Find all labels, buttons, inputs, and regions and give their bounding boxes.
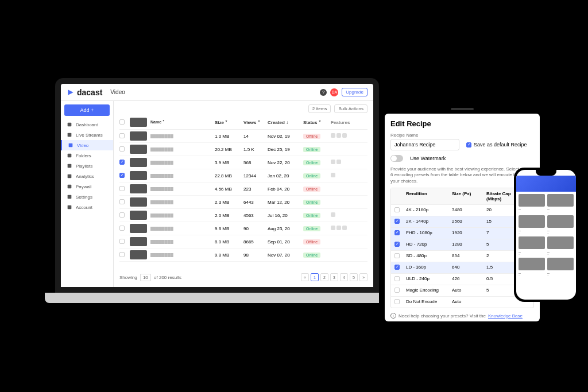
table-row[interactable]: ████████4.56 MB223Feb 04, 20Offline — [119, 183, 368, 196]
stream-icon — [67, 132, 72, 138]
preset-checkbox[interactable] — [394, 299, 400, 304]
watermark-toggle[interactable] — [390, 155, 403, 162]
row-checkbox[interactable] — [119, 252, 125, 257]
phone-card[interactable]: —— — [519, 194, 545, 213]
preset-row[interactable]: Magic EncodingAuto5 — [391, 285, 533, 296]
table-row[interactable]: ████████2.0 MB4563Jul 16, 20Online — [119, 209, 368, 222]
page-3[interactable]: 3 — [330, 273, 338, 281]
table-row[interactable]: ████████1.0 MB14Nov 02, 19Offline — [119, 130, 368, 143]
bulk-actions-button[interactable]: Bulk Actions — [334, 104, 368, 113]
preset-row[interactable]: FHD - 1080p19207 — [391, 227, 533, 239]
preset-row[interactable]: Do Not EncodeAuto — [391, 296, 533, 308]
table-row[interactable]: ████████9.8 MB98Nov 07, 20Online — [119, 249, 368, 262]
col-views[interactable]: Views — [243, 120, 257, 125]
knowledge-base-link[interactable]: Knowledge Base — [488, 313, 523, 319]
preset-name: Magic Encoding — [406, 288, 452, 294]
brand-text: dacast — [77, 88, 102, 97]
nav-folders[interactable]: Folders — [61, 150, 113, 161]
feature-icon — [336, 160, 341, 164]
row-checkbox[interactable] — [119, 199, 125, 204]
video-thumbnail — [130, 184, 147, 193]
nav-playlists[interactable]: Playlists — [61, 161, 113, 171]
phone-card[interactable]: —— — [519, 236, 545, 255]
nav-live-streams[interactable]: Live Streams — [61, 130, 113, 140]
preset-checkbox[interactable] — [394, 207, 400, 212]
phone-card[interactable]: —— — [519, 215, 545, 234]
table-row[interactable]: ████████2.3 MB6443Mar 12, 20Online — [119, 196, 368, 209]
help-icon[interactable]: ? — [320, 89, 327, 96]
feature-icon — [331, 160, 335, 164]
col-size[interactable]: Size — [215, 120, 224, 125]
phone-card[interactable]: —— — [547, 215, 574, 234]
phone-card[interactable]: —— — [547, 194, 574, 213]
nav-account[interactable]: Account — [61, 202, 113, 212]
phone-card[interactable]: —— — [547, 236, 574, 255]
preset-row[interactable]: 4K - 2160p348020 — [391, 204, 533, 216]
brand-logo[interactable]: dacast — [67, 88, 102, 97]
video-size: 2.0 MB — [215, 213, 243, 218]
panel-description: Provide your audience with the best view… — [390, 166, 534, 184]
nav-analytics[interactable]: Analytics — [61, 171, 113, 181]
nav-dashboard[interactable]: Dashboard — [61, 119, 113, 130]
page-size-select[interactable]: 10 — [140, 274, 151, 281]
table-row[interactable]: ████████9.8 MB90Aug 23, 20Online — [119, 222, 368, 235]
preset-row[interactable]: HD - 720p12805 — [391, 239, 533, 250]
preset-row[interactable]: LD - 360p6401.5 — [391, 262, 533, 273]
page-»[interactable]: » — [359, 273, 368, 281]
nav-settings[interactable]: Settings — [61, 192, 113, 202]
col-name[interactable]: Name — [150, 120, 161, 124]
save-default-checkbox[interactable]: Save as default Recipe — [466, 142, 527, 148]
svg-rect-7 — [68, 195, 72, 199]
row-checkbox[interactable] — [119, 133, 125, 138]
table-row[interactable]: ████████3.9 MB568Nov 22, 20Online — [119, 156, 368, 169]
nav-video[interactable]: Video — [61, 140, 113, 150]
save-default-label: Save as default Recipe — [474, 142, 527, 148]
row-checkbox[interactable] — [119, 226, 125, 231]
page-1[interactable]: 1 — [311, 273, 319, 281]
video-views: 8665 — [243, 239, 268, 244]
phone-card[interactable]: —— — [519, 258, 545, 277]
select-all-checkbox[interactable] — [119, 119, 125, 125]
row-checkbox[interactable] — [119, 212, 125, 218]
preset-checkbox[interactable] — [394, 230, 400, 235]
video-created: Dec 25, 19 — [268, 147, 303, 152]
preset-row[interactable]: ULD - 240p4260.5 — [391, 273, 533, 285]
table-row[interactable]: ████████20.2 MB1.5 KDec 25, 19Online — [119, 143, 368, 156]
phone-card[interactable]: —— — [547, 258, 574, 277]
avatar[interactable]: DA — [330, 88, 338, 96]
preset-checkbox[interactable] — [394, 242, 400, 247]
page-4[interactable]: 4 — [340, 273, 348, 281]
panel-title: Edit Recipe — [390, 119, 534, 128]
row-checkbox[interactable] — [119, 146, 125, 152]
svg-rect-2 — [69, 143, 73, 148]
row-checkbox[interactable] — [119, 173, 125, 178]
page-«[interactable]: « — [301, 273, 309, 281]
col-created[interactable]: Created — [268, 120, 285, 125]
row-checkbox[interactable] — [119, 239, 125, 244]
recipe-name-input[interactable] — [390, 139, 459, 150]
table-row[interactable]: ████████22.8 MB12344Jan 02, 20Online — [119, 169, 368, 183]
row-checkbox[interactable] — [119, 186, 125, 191]
status-badge: Offline — [303, 134, 320, 139]
svg-rect-6 — [68, 185, 72, 189]
dashboard-icon — [67, 122, 72, 127]
preset-checkbox[interactable] — [394, 288, 400, 293]
table-row[interactable]: ████████8.0 MB8665Sep 01, 20Offline — [119, 235, 368, 249]
phone-notch — [536, 170, 556, 176]
preset-checkbox[interactable] — [394, 276, 400, 281]
preset-row[interactable]: 2K - 1440p256015 — [391, 216, 533, 227]
page-5[interactable]: 5 — [350, 273, 358, 281]
add-button[interactable]: Add + — [64, 104, 110, 116]
preset-checkbox[interactable] — [394, 265, 400, 270]
nav-label: Analytics — [76, 174, 94, 179]
preset-checkbox[interactable] — [394, 219, 400, 224]
preset-row[interactable]: SD - 480p8542 — [391, 250, 533, 262]
preset-checkbox[interactable] — [394, 253, 400, 258]
page-2[interactable]: 2 — [320, 273, 328, 281]
nav-paywall[interactable]: Paywall — [61, 181, 113, 192]
table-header: Name ˅ Size ˅ Views ˅ Created ↓ Status ˅… — [119, 115, 368, 130]
col-status[interactable]: Status — [303, 120, 317, 125]
video-features — [331, 226, 354, 231]
row-checkbox[interactable] — [119, 160, 125, 165]
upgrade-button[interactable]: Upgrade — [342, 88, 368, 96]
